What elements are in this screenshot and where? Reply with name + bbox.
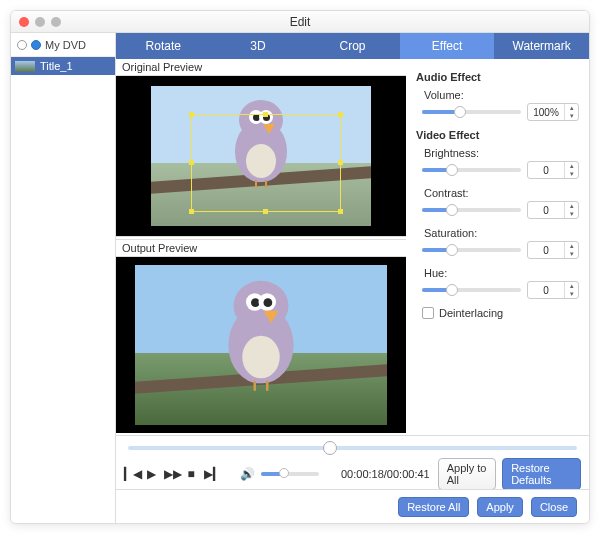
footer: Restore All Apply Close (116, 489, 589, 523)
sidebar-item-label: Title_1 (40, 60, 73, 72)
effects-panel: Audio Effect Volume: 100%▴▾ Video Effect… (406, 59, 589, 435)
time-display: 00:00:18/00:00:41 (341, 468, 430, 480)
step-up-icon[interactable]: ▴ (565, 104, 578, 112)
window-body: My DVD Title_1 Rotate 3D Crop Effect Wat… (11, 33, 589, 523)
deinterlacing-checkbox[interactable]: Deinterlacing (416, 307, 579, 319)
restore-defaults-button[interactable]: Restore Defaults (502, 458, 581, 490)
tab-bar: Rotate 3D Crop Effect Watermark (116, 33, 589, 59)
window-close-icon[interactable] (19, 17, 29, 27)
step-up-icon[interactable]: ▴ (565, 282, 578, 290)
radio-off-icon[interactable] (17, 40, 27, 50)
tab-effect[interactable]: Effect (400, 33, 495, 59)
stop-icon[interactable]: ■ (184, 467, 198, 481)
contrast-slider[interactable] (422, 208, 521, 212)
next-frame-icon[interactable]: ▶▎ (204, 467, 218, 481)
volume-row: Volume: (416, 89, 579, 101)
main-panel: Rotate 3D Crop Effect Watermark Original… (116, 33, 589, 523)
sidebar-header: My DVD (11, 33, 115, 57)
window-minimize-icon[interactable] (35, 17, 45, 27)
brightness-slider[interactable] (422, 168, 521, 172)
player-bar: ▎◀ ▶ ▶▶ ■ ▶▎ 🔊 00:00:18/00:00:41 Apply t… (116, 435, 589, 489)
step-down-icon[interactable]: ▾ (565, 170, 578, 178)
deinterlacing-label: Deinterlacing (439, 307, 503, 319)
radio-on-icon[interactable] (31, 40, 41, 50)
hue-stepper[interactable]: 0▴▾ (527, 281, 579, 299)
apply-to-all-button[interactable]: Apply to All (438, 458, 496, 490)
player-controls: ▎◀ ▶ ▶▶ ■ ▶▎ 🔊 00:00:18/00:00:41 Apply t… (124, 458, 581, 490)
volume-icon[interactable]: 🔊 (240, 467, 255, 481)
apply-button[interactable]: Apply (477, 497, 523, 517)
content-area: Original Preview Output Preview (116, 59, 589, 435)
video-effect-header: Video Effect (416, 129, 579, 141)
tab-crop[interactable]: Crop (305, 33, 400, 59)
saturation-label: Saturation: (416, 227, 478, 239)
titlebar: Edit (11, 11, 589, 33)
fast-forward-icon[interactable]: ▶▶ (164, 467, 178, 481)
prev-frame-icon[interactable]: ▎◀ (124, 467, 138, 481)
contrast-stepper[interactable]: 0▴▾ (527, 201, 579, 219)
window-zoom-icon[interactable] (51, 17, 61, 27)
tab-3d[interactable]: 3D (211, 33, 306, 59)
output-preview (116, 257, 406, 433)
volume-label: Volume: (416, 89, 478, 101)
volume-stepper[interactable]: 100%▴▾ (527, 103, 579, 121)
step-up-icon[interactable]: ▴ (565, 162, 578, 170)
contrast-label: Contrast: (416, 187, 478, 199)
thumbnail-icon (15, 61, 35, 72)
output-frame (135, 265, 387, 425)
tab-watermark[interactable]: Watermark (494, 33, 589, 59)
original-preview (116, 76, 406, 236)
step-down-icon[interactable]: ▾ (565, 112, 578, 120)
preview-column: Original Preview Output Preview (116, 59, 406, 435)
sidebar: My DVD Title_1 (11, 33, 116, 523)
hue-slider[interactable] (422, 288, 521, 292)
sidebar-item-title1[interactable]: Title_1 (11, 57, 115, 75)
original-preview-label: Original Preview (116, 59, 406, 76)
output-preview-label: Output Preview (116, 240, 406, 257)
audio-effect-header: Audio Effect (416, 71, 579, 83)
hue-label: Hue: (416, 267, 478, 279)
play-icon[interactable]: ▶ (144, 467, 158, 481)
saturation-slider[interactable] (422, 248, 521, 252)
step-up-icon[interactable]: ▴ (565, 202, 578, 210)
step-down-icon[interactable]: ▾ (565, 210, 578, 218)
step-down-icon[interactable]: ▾ (565, 250, 578, 258)
dvd-label: My DVD (45, 39, 86, 51)
step-down-icon[interactable]: ▾ (565, 290, 578, 298)
edit-window: Edit My DVD Title_1 Rotate 3D Crop Effec… (10, 10, 590, 524)
tab-rotate[interactable]: Rotate (116, 33, 211, 59)
player-volume-slider[interactable] (261, 472, 319, 476)
timeline-knob[interactable] (323, 441, 337, 455)
timeline-slider[interactable] (128, 446, 577, 450)
window-title: Edit (11, 15, 589, 29)
saturation-stepper[interactable]: 0▴▾ (527, 241, 579, 259)
step-up-icon[interactable]: ▴ (565, 242, 578, 250)
crop-rectangle[interactable] (191, 114, 341, 212)
volume-slider[interactable] (422, 110, 521, 114)
brightness-label: Brightness: (416, 147, 478, 159)
close-button[interactable]: Close (531, 497, 577, 517)
brightness-stepper[interactable]: 0▴▾ (527, 161, 579, 179)
traffic-lights (11, 17, 61, 27)
checkbox-icon (422, 307, 434, 319)
original-frame (151, 86, 371, 226)
restore-all-button[interactable]: Restore All (398, 497, 469, 517)
